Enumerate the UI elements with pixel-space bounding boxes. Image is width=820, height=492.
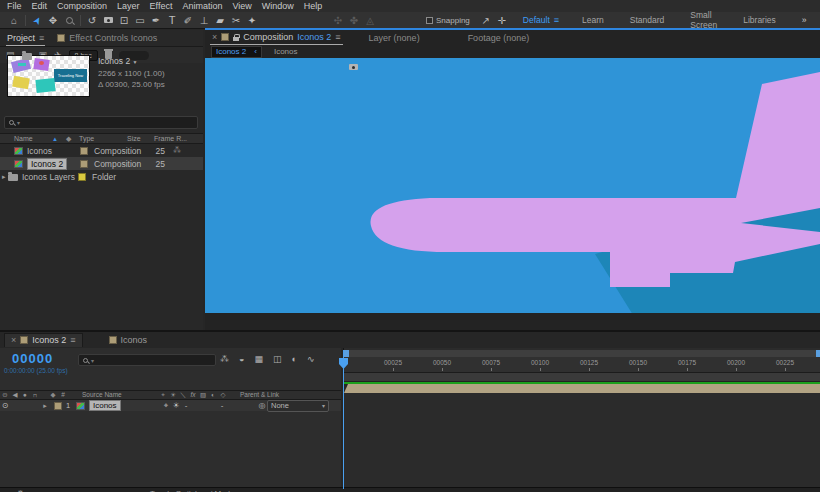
navigator-start-handle[interactable] xyxy=(344,350,349,357)
menu-view[interactable]: View xyxy=(227,0,256,12)
playhead-line[interactable] xyxy=(343,350,344,489)
close-icon[interactable]: × xyxy=(11,335,16,345)
shape-tool-icon[interactable]: ▭ xyxy=(132,13,148,28)
workspace-tab-learn[interactable]: Learn xyxy=(569,15,617,25)
project-row-iconos-2[interactable]: Iconos 2 Composition 25 xyxy=(0,157,203,170)
parent-link-column[interactable]: Parent & Link xyxy=(240,390,279,400)
puppet-pin-tool-icon[interactable]: ✦ xyxy=(244,13,260,28)
label-color-swatch[interactable] xyxy=(80,160,88,168)
rotation-tool-icon[interactable]: ↺ xyxy=(84,13,100,28)
timeline-tab-iconos-2[interactable]: × Iconos 2 ≡ xyxy=(4,333,83,347)
grid-options-icon[interactable]: ✛ xyxy=(494,13,510,28)
current-time-display[interactable]: 00000 xyxy=(12,351,53,366)
tab-layer[interactable]: Layer (none) xyxy=(369,33,420,45)
quality-switch-icon[interactable]: ⌖ xyxy=(158,390,168,400)
composition-canvas[interactable] xyxy=(205,58,820,313)
snapping-checkbox[interactable] xyxy=(426,17,433,24)
hand-tool-icon[interactable]: ✥ xyxy=(45,13,61,28)
parent-pickwhip-icon[interactable]: ◎ xyxy=(257,401,267,411)
menu-help[interactable]: Help xyxy=(299,0,328,12)
dependency-graph-icon[interactable]: ⁂ xyxy=(173,146,181,155)
tab-footage[interactable]: Footage (none) xyxy=(468,33,530,45)
column-label-icon[interactable]: ◆ xyxy=(66,135,79,143)
menu-file[interactable]: File xyxy=(2,0,27,12)
zoom-out-ui-icon[interactable]: ↗ xyxy=(478,13,494,28)
sort-ascending-icon[interactable]: ▲ xyxy=(52,136,66,142)
layer-quality-switch[interactable]: ⌖ xyxy=(161,401,171,411)
project-row-iconos-layers[interactable]: ▸ Iconos Layers Folder xyxy=(0,170,203,183)
crumb-current-comp[interactable]: Iconos 2 ‹ xyxy=(211,46,262,58)
expand-icon[interactable]: ▪ xyxy=(6,488,9,492)
label-color-swatch[interactable] xyxy=(80,147,88,155)
workspace-overflow-chevron[interactable]: » xyxy=(789,15,820,25)
preview-caret-icon[interactable]: ▼ xyxy=(132,59,137,65)
roto-brush-tool-icon[interactable]: ✂ xyxy=(228,13,244,28)
frame-blending-icon[interactable]: ◫ xyxy=(273,354,282,364)
layer-duration-bar[interactable] xyxy=(344,384,820,393)
layer-name[interactable]: Iconos xyxy=(89,400,121,411)
mini-flowchart-icon[interactable]: ⁂ xyxy=(220,354,229,364)
tab-project[interactable]: Project ≡ xyxy=(6,32,45,46)
work-area-bar[interactable] xyxy=(344,373,820,382)
index-column[interactable]: # xyxy=(58,390,68,400)
column-name[interactable]: Name xyxy=(0,135,52,142)
time-ruler[interactable]: 00025 00050 00075 00100 00125 00150 0017… xyxy=(344,357,820,373)
snapshot-icon[interactable] xyxy=(349,64,358,70)
workspace-tab-libraries[interactable]: Libraries xyxy=(730,15,789,25)
tab-composition[interactable]: × Composition Iconos 2 ≡ xyxy=(210,32,343,45)
fx-switch-icon[interactable]: fx xyxy=(188,390,198,400)
menu-effect[interactable]: Effect xyxy=(145,0,178,12)
eraser-tool-icon[interactable]: ▰ xyxy=(212,13,228,28)
menu-edit[interactable]: Edit xyxy=(27,0,53,12)
frame-blend-switch-icon[interactable]: ＼ xyxy=(178,390,188,400)
item-name[interactable]: Iconos xyxy=(23,146,80,156)
threed-switch-icon[interactable]: ◇ xyxy=(218,390,228,400)
workspace-tab-small-screen[interactable]: Small Screen xyxy=(677,10,730,30)
lock-column-icon[interactable]: ⊓ xyxy=(30,390,40,400)
snapping-control[interactable]: Snapping xyxy=(426,16,470,25)
new-folder-icon[interactable] xyxy=(22,53,32,60)
menu-window[interactable]: Window xyxy=(257,0,299,12)
item-name[interactable]: Iconos Layers xyxy=(18,172,78,182)
label-color-swatch[interactable] xyxy=(78,173,86,181)
time-navigator[interactable] xyxy=(344,350,820,357)
back-chevron-icon[interactable]: ‹ xyxy=(254,47,257,56)
layer-visibility-eye-icon[interactable]: ⊙ xyxy=(0,401,10,411)
tab-effect-controls[interactable]: Effect Controls Iconos xyxy=(57,33,157,46)
project-search-input[interactable]: ▾ xyxy=(4,116,198,129)
draft-3d-icon[interactable]: ◒ xyxy=(239,354,244,364)
panel-menu-icon[interactable]: ≡ xyxy=(70,335,75,345)
panel-menu-icon[interactable]: ≡ xyxy=(335,32,340,42)
parent-dropdown[interactable]: None ▾ xyxy=(267,400,329,412)
delete-icon[interactable] xyxy=(105,51,112,59)
video-column-icon[interactable]: ⊙ xyxy=(0,390,10,400)
menu-composition[interactable]: Composition xyxy=(52,0,112,12)
timeline-tab-iconos[interactable]: Iconos xyxy=(109,335,148,345)
column-type[interactable]: Type xyxy=(79,135,127,142)
column-size[interactable]: Size xyxy=(127,135,154,142)
layer-frame-blend-switch[interactable]: - xyxy=(181,401,191,411)
preview-item-name[interactable]: Iconos 2 xyxy=(98,56,130,66)
item-name-selected[interactable]: Iconos 2 xyxy=(27,158,67,170)
camera-tool-icon[interactable] xyxy=(100,13,116,28)
shy-layers-icon[interactable]: ▦ xyxy=(254,354,263,364)
workspace-tab-standard[interactable]: Standard xyxy=(617,15,678,25)
pen-tool-icon[interactable]: ✒ xyxy=(148,13,164,28)
lock-icon[interactable] xyxy=(233,37,239,41)
zoom-tool-icon[interactable] xyxy=(61,13,77,28)
project-row-iconos[interactable]: Iconos Composition 25 ⁂ xyxy=(0,144,203,157)
graph-editor-icon[interactable]: ∿ xyxy=(307,354,315,364)
brush-tool-icon[interactable]: ✐ xyxy=(180,13,196,28)
twirl-icon[interactable]: ▸ xyxy=(0,173,8,181)
layer-effects-switch[interactable]: ☀ xyxy=(171,401,181,411)
navigator-end-handle[interactable] xyxy=(816,350,820,357)
clone-stamp-tool-icon[interactable]: ⊥ xyxy=(196,13,212,28)
panel-menu-icon[interactable]: ≡ xyxy=(39,33,44,43)
home-icon[interactable]: ⌂ xyxy=(6,13,22,28)
solo-column-icon[interactable]: ● xyxy=(20,390,30,400)
adjustment-switch-icon[interactable]: ◐ xyxy=(208,390,218,400)
source-name-column[interactable]: Source Name xyxy=(82,390,158,400)
layer-twirl-icon[interactable]: ▸ xyxy=(40,401,50,411)
column-frame-rate[interactable]: Frame R... xyxy=(154,135,187,142)
motion-blur-icon[interactable]: ◐ xyxy=(291,354,296,364)
